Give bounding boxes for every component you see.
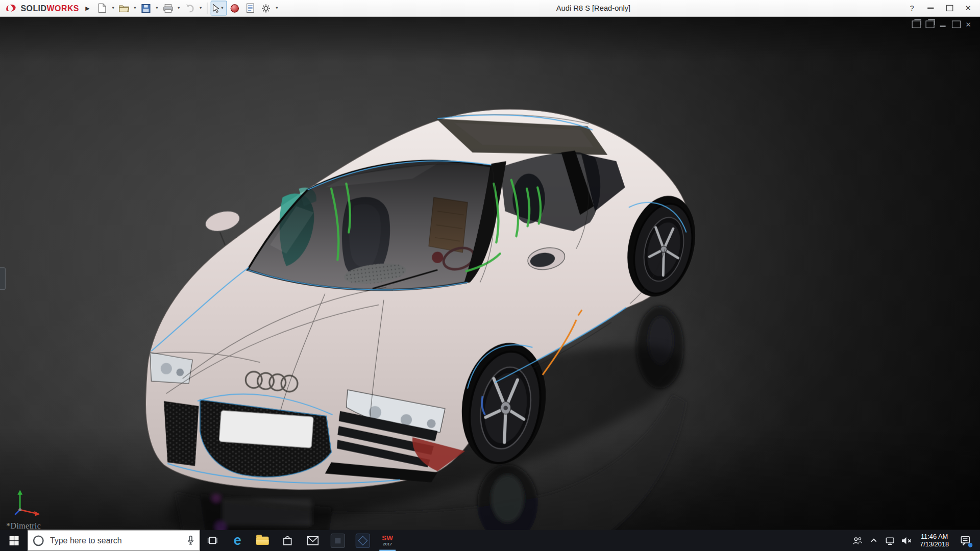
taskbar-photos[interactable]	[325, 530, 350, 551]
start-button[interactable]	[0, 530, 28, 551]
clock-time: 11:46 AM	[914, 532, 954, 540]
taskbar-store[interactable]	[275, 530, 300, 551]
report-document-icon	[246, 3, 255, 13]
store-bag-icon	[282, 535, 293, 546]
undo-arrow-icon	[185, 4, 195, 12]
doc-cascade-icon[interactable]	[912, 20, 920, 28]
network-button[interactable]	[882, 530, 898, 551]
doc-tile-icon[interactable]	[925, 20, 934, 28]
help-button[interactable]: ?	[904, 1, 920, 15]
brand-wordmark: SOLIDWORKS	[20, 4, 79, 13]
graphics-viewport[interactable]: ✕ *Dimetric	[0, 16, 980, 530]
taskbar-clock[interactable]: 11:46 AM 7/13/2018	[914, 532, 954, 548]
window-controls: ? ✕	[904, 0, 976, 16]
appearance-button[interactable]	[227, 1, 242, 15]
undo-dropdown-caret[interactable]: ▾	[198, 6, 204, 11]
print-dropdown-caret[interactable]: ▾	[176, 6, 182, 11]
orientation-triad	[8, 485, 43, 517]
edrawings-app-icon	[355, 533, 370, 547]
solidworks-brand: SOLIDWORKS	[5, 4, 79, 13]
open-folder-icon	[119, 4, 130, 12]
notification-badge	[968, 543, 973, 547]
close-button[interactable]: ✕	[960, 1, 976, 15]
tray-overflow-button[interactable]	[866, 530, 882, 551]
taskbar-mail[interactable]	[300, 530, 325, 551]
save-button[interactable]	[138, 1, 153, 15]
quick-access-toolbar: ▾ ▾ ▾	[95, 1, 280, 15]
taskbar-solidworks[interactable]: SW 2017	[375, 530, 400, 551]
taskbar-file-explorer[interactable]	[250, 530, 275, 551]
photos-app-icon	[330, 533, 345, 547]
windows-taskbar: e SW 2017	[0, 530, 980, 551]
taskbar-search[interactable]	[28, 530, 200, 551]
document-window-controls: ✕	[912, 20, 971, 28]
task-view-button[interactable]	[200, 530, 225, 551]
license-plate[interactable]	[219, 410, 313, 448]
action-center-button[interactable]	[954, 530, 976, 551]
menu-flyout-arrow-icon[interactable]: ▶	[85, 5, 89, 11]
model-viewport-canvas[interactable]	[0, 16, 980, 530]
volume-button[interactable]	[898, 530, 915, 551]
print-button[interactable]	[160, 1, 175, 15]
featuremanager-collapsed-tab[interactable]	[0, 267, 6, 290]
search-input[interactable]	[49, 535, 182, 546]
minimize-button[interactable]	[922, 1, 939, 15]
system-tray: 11:46 AM 7/13/2018	[849, 530, 980, 551]
open-dropdown-caret[interactable]: ▾	[132, 6, 138, 11]
select-cursor-icon	[212, 4, 219, 13]
undo-button[interactable]	[182, 1, 197, 15]
mail-envelope-icon	[307, 536, 318, 545]
chevron-up-icon	[870, 537, 877, 543]
select-tool-button[interactable]: ▾	[210, 1, 227, 15]
dassault-systemes-logo-icon	[5, 4, 19, 13]
open-button[interactable]	[116, 1, 131, 15]
design-binder-button[interactable]	[243, 1, 258, 15]
view-orientation-label: *Dimetric	[6, 521, 41, 530]
doc-close-icon[interactable]: ✕	[966, 21, 971, 28]
solidworks-app-icon: SW 2017	[382, 535, 393, 546]
new-document-icon	[97, 3, 107, 13]
solidworks-application-window: SOLIDWORKS ▶ ▾ ▾	[0, 0, 980, 551]
cortana-icon[interactable]	[33, 535, 44, 546]
appearance-sphere-icon	[230, 4, 239, 13]
network-icon	[885, 536, 895, 545]
options-dropdown-caret[interactable]: ▾	[274, 6, 280, 11]
save-dropdown-caret[interactable]: ▾	[154, 6, 160, 11]
taskbar-edge[interactable]: e	[225, 530, 250, 551]
options-button[interactable]	[258, 1, 273, 15]
maximize-button[interactable]	[941, 1, 958, 15]
edge-icon: e	[234, 534, 241, 547]
minimize-icon	[927, 8, 934, 9]
people-button[interactable]	[849, 530, 866, 551]
doc-minimize-icon[interactable]	[939, 21, 947, 28]
doc-restore-icon[interactable]	[952, 20, 961, 28]
task-view-icon	[207, 536, 218, 545]
gear-icon	[261, 4, 271, 13]
save-floppy-icon	[141, 4, 151, 13]
new-document-button[interactable]	[95, 1, 110, 15]
maximize-icon	[946, 5, 952, 11]
windows-logo-icon	[9, 536, 18, 545]
file-explorer-icon	[256, 536, 268, 544]
speaker-muted-icon	[901, 536, 912, 544]
microphone-icon[interactable]	[187, 535, 194, 545]
taskbar-edrawings[interactable]	[350, 530, 375, 551]
titlebar: SOLIDWORKS ▶ ▾ ▾	[0, 0, 980, 17]
print-icon	[163, 4, 173, 13]
document-title: Audi R8 S [Read-only]	[556, 0, 630, 16]
clock-date: 7/13/2018	[914, 540, 954, 548]
new-dropdown-caret[interactable]: ▾	[110, 6, 116, 11]
close-icon: ✕	[965, 5, 971, 12]
toolbar-separator	[207, 3, 207, 14]
people-icon	[852, 536, 863, 545]
select-dropdown-caret[interactable]: ▾	[219, 6, 225, 11]
